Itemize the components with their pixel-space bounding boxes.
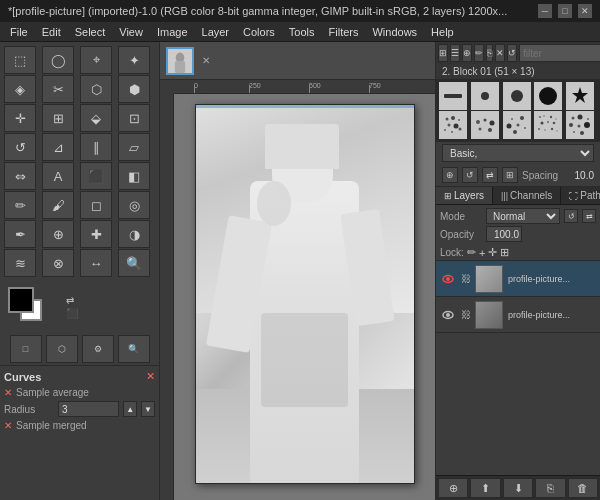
tab-layers[interactable]: ⊞Layers: [436, 187, 493, 204]
ellipse-select[interactable]: ◯: [42, 46, 74, 74]
eraser-tool[interactable]: ◻: [80, 191, 112, 219]
radius-down-btn[interactable]: ▼: [141, 401, 155, 417]
menu-item-file[interactable]: File: [4, 24, 34, 40]
layer-raise-btn[interactable]: ⬆: [470, 478, 500, 498]
brushes-new-btn[interactable]: ⊕: [462, 44, 472, 62]
menu-item-image[interactable]: Image: [151, 24, 194, 40]
scale-tool[interactable]: ⊿: [42, 133, 74, 161]
canvas-thumb-close[interactable]: ✕: [202, 55, 210, 66]
brushes-edit-btn[interactable]: ✏: [474, 44, 484, 62]
reset-colors-icon[interactable]: ⬛: [66, 308, 78, 319]
brush-round-md[interactable]: [503, 82, 531, 110]
fuzzy-select[interactable]: ✦: [118, 46, 150, 74]
lock-pencil-icon[interactable]: ✏: [467, 246, 476, 259]
layer-dup-btn[interactable]: ⎘: [535, 478, 565, 498]
spacing-icon-1[interactable]: ⊕: [442, 167, 458, 183]
rotate-tool[interactable]: ↺: [4, 133, 36, 161]
lock-plus-icon[interactable]: +: [479, 247, 485, 259]
brush-dots-1[interactable]: [439, 111, 467, 139]
spacing-icon-3[interactable]: ⇄: [482, 167, 498, 183]
menu-item-edit[interactable]: Edit: [36, 24, 67, 40]
rect-select[interactable]: ⬚: [4, 46, 36, 74]
menu-item-windows[interactable]: Windows: [366, 24, 423, 40]
move-tool[interactable]: ✛: [4, 104, 36, 132]
crop-tool[interactable]: ⊡: [118, 104, 150, 132]
mode-select[interactable]: Normal: [486, 208, 560, 224]
close-button[interactable]: ✕: [578, 4, 592, 18]
curves-close-icon[interactable]: ✕: [146, 370, 155, 383]
brush-dots-3[interactable]: [503, 111, 531, 139]
opacity-input[interactable]: [486, 226, 522, 242]
blend-tool[interactable]: ◧: [118, 162, 150, 190]
transform-tool[interactable]: ⬙: [80, 104, 112, 132]
sample-merged-x[interactable]: ✕: [4, 420, 12, 431]
foreground-color-swatch[interactable]: [8, 287, 34, 313]
scissors-select[interactable]: ✂: [42, 75, 74, 103]
view-btn[interactable]: ⬡: [46, 335, 78, 363]
radius-input[interactable]: [58, 401, 119, 417]
paintbrush-tool[interactable]: 🖌: [42, 191, 74, 219]
minimize-button[interactable]: ─: [538, 4, 552, 18]
tab-channels[interactable]: |||Channels: [493, 187, 561, 204]
brush-round-sm[interactable]: [471, 82, 499, 110]
brushes-dup-btn[interactable]: ⎘: [486, 44, 493, 62]
menu-item-colors[interactable]: Colors: [237, 24, 281, 40]
brushes-list-btn[interactable]: ☰: [450, 44, 460, 62]
brush-line[interactable]: [439, 82, 467, 110]
layer-row-1[interactable]: ⛓ profile-picture...: [436, 297, 600, 333]
airbrush-tool[interactable]: ◎: [118, 191, 150, 219]
select-by-color[interactable]: ◈: [4, 75, 36, 103]
layer-0-link[interactable]: ⛓: [459, 272, 473, 286]
brush-dots-2[interactable]: [471, 111, 499, 139]
smudge-tool[interactable]: ≋: [4, 249, 36, 277]
spacing-icon-4[interactable]: ⊞: [502, 167, 518, 183]
layer-1-link[interactable]: ⛓: [459, 308, 473, 322]
layer-row-0[interactable]: ⛓ profile-picture...: [436, 261, 600, 297]
lock-move-icon[interactable]: ✛: [488, 246, 497, 259]
foreground-select[interactable]: ⬡: [80, 75, 112, 103]
mode-refresh-btn[interactable]: ↺: [564, 209, 578, 223]
brushes-view-btn[interactable]: ⊞: [438, 44, 448, 62]
menu-item-view[interactable]: View: [113, 24, 149, 40]
quick-mask-btn[interactable]: □: [10, 335, 42, 363]
menu-item-tools[interactable]: Tools: [283, 24, 321, 40]
canvas-thumbnail-active[interactable]: [166, 47, 194, 75]
align-tool[interactable]: ⊞: [42, 104, 74, 132]
layer-1-visibility[interactable]: [439, 306, 457, 324]
menu-item-select[interactable]: Select: [69, 24, 112, 40]
perspective-tool[interactable]: ▱: [118, 133, 150, 161]
mode-extra-btn[interactable]: ⇄: [582, 209, 596, 223]
spacing-icon-2[interactable]: ↺: [462, 167, 478, 183]
sample-avg-x[interactable]: ✕: [4, 387, 12, 398]
brushes-del-btn[interactable]: ✕: [495, 44, 505, 62]
paths-tool[interactable]: ⬢: [118, 75, 150, 103]
settings-btn[interactable]: ⚙: [82, 335, 114, 363]
convolve-tool[interactable]: ⊗: [42, 249, 74, 277]
brushes-refresh-btn[interactable]: ↺: [507, 44, 517, 62]
layer-0-visibility[interactable]: [439, 270, 457, 288]
zoom-fit-btn[interactable]: 🔍: [118, 335, 150, 363]
swap-colors-icon[interactable]: ⇄: [66, 295, 78, 306]
ink-tool[interactable]: ✒: [4, 220, 36, 248]
clone-tool[interactable]: ⊕: [42, 220, 74, 248]
brush-round-lg[interactable]: [534, 82, 562, 110]
menu-item-filters[interactable]: Filters: [323, 24, 365, 40]
layer-lower-btn[interactable]: ⬇: [503, 478, 533, 498]
canvas-wrapper[interactable]: [174, 94, 435, 500]
brush-scatter-sm[interactable]: [534, 111, 562, 139]
brush-scatter-lg[interactable]: [566, 111, 594, 139]
brush-star[interactable]: [566, 82, 594, 110]
brush-type-select[interactable]: Basic,: [442, 144, 594, 162]
brushes-filter-input[interactable]: [519, 44, 600, 62]
radius-up-btn[interactable]: ▲: [123, 401, 137, 417]
zoom-tool[interactable]: 🔍: [118, 249, 150, 277]
layer-new-btn[interactable]: ⊕: [438, 478, 468, 498]
flip-tool[interactable]: ⇔: [4, 162, 36, 190]
tab-paths[interactable]: ⛶Paths: [561, 187, 600, 204]
shear-tool[interactable]: ∥: [80, 133, 112, 161]
text-tool[interactable]: A: [42, 162, 74, 190]
heal-tool[interactable]: ✚: [80, 220, 112, 248]
maximize-button[interactable]: □: [558, 4, 572, 18]
free-select[interactable]: ⌖: [80, 46, 112, 74]
pencil-tool[interactable]: ✏: [4, 191, 36, 219]
